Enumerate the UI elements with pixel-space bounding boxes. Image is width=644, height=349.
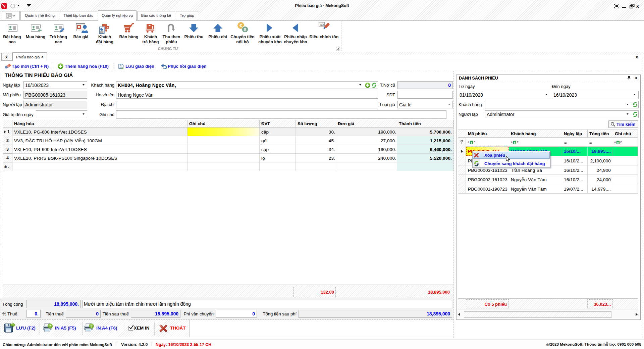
svg-text:B: B [471,141,472,145]
svg-text:€: € [239,23,242,28]
svg-text:A: A [511,141,513,144]
svg-text:A: A [468,141,470,144]
svg-text:?: ? [49,324,51,329]
svg-text:?: ? [91,324,93,329]
svg-text:B: B [514,141,516,145]
svg-text:C: C [474,141,475,144]
svg-text:ab: ab [320,22,324,27]
svg-text:$: $ [244,27,247,32]
svg-text:B: B [617,141,619,145]
svg-text:C: C [620,141,622,144]
svg-text:A: A [614,141,616,144]
svg-text:C: C [517,141,519,144]
